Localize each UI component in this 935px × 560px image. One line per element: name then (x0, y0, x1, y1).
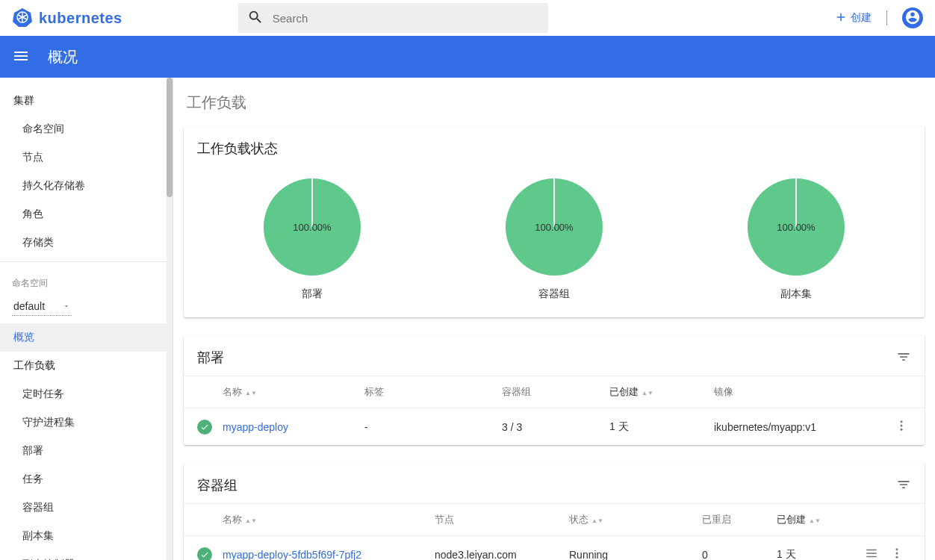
svg-point-19 (896, 556, 898, 559)
cell-pods: 3 / 3 (502, 421, 609, 433)
svg-point-17 (896, 548, 898, 550)
sidebar-ns-label: 命名空间 (0, 267, 173, 294)
section-title: 工作负载 (184, 93, 925, 113)
col-status[interactable]: 状态▲▼ (569, 513, 702, 526)
status-card-title: 工作负载状态 (197, 140, 278, 158)
status-ok-icon (197, 547, 212, 561)
sidebar: 集群 命名空间 节点 持久化存储卷 角色 存储类 命名空间 default 概览… (0, 78, 173, 560)
sort-icon: ▲▼ (591, 519, 603, 523)
brand-text: kubernetes (39, 10, 122, 27)
svg-point-15 (901, 425, 903, 427)
table-row: myapp-deploy-5fdb5f69f-7pfj2 node3.leiya… (184, 535, 925, 560)
sidebar-item-namespaces[interactable]: 命名空间 (0, 115, 173, 143)
sort-icon: ▲▼ (245, 391, 257, 396)
chart-caption: 容器组 (538, 287, 570, 301)
chart-value: 100.00% (293, 222, 331, 233)
user-avatar-button[interactable] (902, 7, 923, 28)
sidebar-item-pods[interactable]: 容器组 (0, 494, 173, 522)
deployments-card: 部署 名称▲▼ 标签 容器组 已创建▲▼ 镜像 myapp-deploy - 3… (184, 335, 925, 445)
chart-deployments: 100.00% 部署 (262, 177, 362, 301)
chart-value: 100.00% (535, 222, 573, 233)
col-name[interactable]: 名称▲▼ (223, 385, 364, 399)
col-created[interactable]: 已创建▲▼ (777, 513, 844, 526)
col-images: 镜像 (714, 385, 878, 399)
sidebar-item-jobs[interactable]: 任务 (0, 465, 173, 494)
sidebar-item-storageclass[interactable]: 存储类 (0, 228, 173, 257)
pods-title: 容器组 (197, 476, 237, 494)
col-name[interactable]: 名称▲▼ (223, 513, 435, 526)
account-icon (904, 9, 921, 28)
logs-button[interactable] (865, 547, 878, 560)
svg-point-18 (896, 553, 898, 555)
table-row: myapp-deploy - 3 / 3 1 天 ikubernetes/mya… (184, 408, 925, 445)
col-labels: 标签 (364, 385, 502, 399)
deployments-header-row: 名称▲▼ 标签 容器组 已创建▲▼ 镜像 (184, 376, 925, 408)
col-node: 节点 (435, 513, 569, 526)
sidebar-item-cronjobs[interactable]: 定时任务 (0, 380, 173, 408)
namespace-selected: default (13, 300, 45, 312)
svg-point-16 (901, 429, 903, 431)
col-restarts: 已重启 (702, 513, 777, 526)
cell-restarts: 0 (702, 549, 777, 561)
search-box[interactable] (238, 3, 548, 33)
status-ok-icon (197, 420, 212, 435)
create-button[interactable]: 创建 (834, 10, 872, 26)
sidebar-item-rc[interactable]: 副本控制器 (0, 550, 173, 560)
sidebar-item-pv[interactable]: 持久化存储卷 (0, 172, 173, 200)
topbar-right: 创建 (834, 7, 923, 28)
chart-pods: 100.00% 容器组 (504, 177, 604, 301)
workload-status-card: 工作负载状态 100.00% 部署 100.00% 容器组 100.00% 副本… (184, 126, 925, 317)
svg-point-14 (901, 420, 903, 423)
nav-bar: 概况 (0, 36, 935, 78)
search-wrap (238, 3, 548, 33)
col-created[interactable]: 已创建▲▼ (609, 385, 714, 399)
search-icon (247, 9, 264, 28)
namespace-select[interactable]: default (12, 297, 72, 316)
top-bar: kubernetes 创建 (0, 0, 935, 36)
pod-link[interactable]: myapp-deploy-5fdb5f69f-7pfj2 (223, 549, 435, 561)
cell-images: ikubernetes/myapp:v1 (714, 421, 878, 433)
sidebar-divider (0, 261, 173, 262)
kubernetes-logo-icon (12, 7, 33, 30)
sidebar-item-roles[interactable]: 角色 (0, 200, 173, 228)
deployment-link[interactable]: myapp-deploy (223, 421, 364, 433)
sidebar-item-daemonsets[interactable]: 守护进程集 (0, 408, 173, 437)
main-content: 工作负载 工作负载状态 100.00% 部署 100.00% 容器组 100.0… (173, 78, 935, 560)
sidebar-section-cluster[interactable]: 集群 (0, 87, 173, 115)
col-pods: 容器组 (502, 385, 609, 399)
create-label: 创建 (851, 11, 872, 25)
chart-replicasets: 100.00% 副本集 (746, 177, 846, 301)
chevron-down-icon (63, 300, 70, 312)
sidebar-scrollbar[interactable] (167, 78, 173, 560)
logo-area: kubernetes (12, 7, 122, 30)
chart-caption: 部署 (302, 287, 323, 301)
cell-node: node3.leiyan.com (435, 549, 569, 561)
sidebar-item-overview[interactable]: 概览 (0, 323, 173, 352)
row-menu-button[interactable] (890, 547, 904, 560)
divider (886, 10, 887, 25)
sidebar-item-nodes[interactable]: 节点 (0, 143, 173, 172)
charts-row: 100.00% 部署 100.00% 容器组 100.00% 副本集 (184, 167, 925, 317)
nav-title: 概况 (48, 47, 78, 67)
search-input[interactable] (273, 12, 539, 25)
row-menu-button[interactable] (878, 419, 908, 435)
sort-icon: ▲▼ (245, 519, 257, 523)
chart-caption: 副本集 (780, 287, 812, 301)
cell-created: 1 天 (777, 548, 844, 561)
chart-value: 100.00% (777, 222, 815, 233)
cell-labels: - (364, 421, 502, 433)
filter-button[interactable] (896, 349, 911, 367)
pods-card: 容器组 名称▲▼ 节点 状态▲▼ 已重启 已创建▲▼ myapp-deploy-… (184, 463, 925, 560)
menu-toggle-button[interactable] (12, 47, 30, 67)
sort-icon: ▲▼ (809, 519, 821, 523)
deployments-title: 部署 (197, 349, 224, 367)
pods-header-row: 名称▲▼ 节点 状态▲▼ 已重启 已创建▲▼ (184, 503, 925, 535)
sort-icon: ▲▼ (642, 391, 653, 396)
sidebar-item-deployments[interactable]: 部署 (0, 437, 173, 465)
sidebar-item-replicasets[interactable]: 副本集 (0, 522, 173, 550)
cell-created: 1 天 (609, 420, 714, 434)
cell-status: Running (569, 549, 702, 561)
plus-icon (834, 10, 848, 26)
sidebar-section-workloads[interactable]: 工作负载 (0, 352, 173, 380)
filter-button[interactable] (896, 477, 911, 494)
